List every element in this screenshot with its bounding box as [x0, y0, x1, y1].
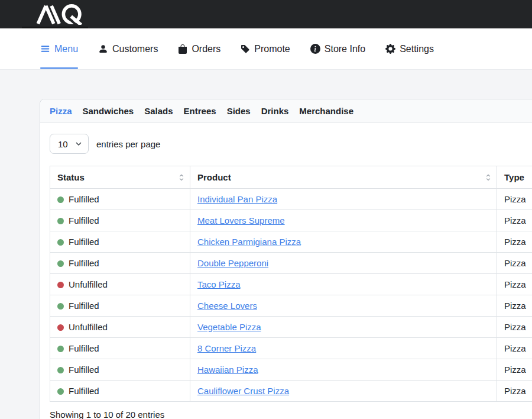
app-logo	[34, 4, 91, 27]
product-link[interactable]: Vegetable Pizza	[197, 322, 261, 332]
nav-item-store-info[interactable]: Store Info	[310, 28, 365, 70]
status-cell: Fulfilled	[50, 295, 190, 317]
status-label: Fulfilled	[69, 237, 99, 247]
table-row: Fulfilled Cheese Lovers Pizza	[50, 295, 532, 317]
active-nav-underline	[40, 67, 78, 69]
status-cell: Fulfilled	[50, 189, 190, 210]
tab-sandwiches[interactable]: Sandwiches	[83, 106, 134, 116]
column-header-label: Product	[197, 172, 231, 182]
table-row: Fulfilled Hawaiian Pizza Pizza	[50, 359, 532, 381]
tab-sides[interactable]: Sides	[227, 106, 251, 116]
type-cell: Pizza	[497, 231, 532, 253]
table-row: Fulfilled Meat Lovers Supreme Pizza	[50, 210, 532, 231]
table-summary: Showing 1 to 10 of 20 entries	[50, 410, 532, 419]
table-row: Fulfilled 8 Corner Pizza Pizza	[50, 338, 532, 359]
table-row: Fulfilled Cauliflower Crust Pizza Pizza	[50, 381, 532, 402]
nav-item-customers[interactable]: Customers	[98, 28, 158, 70]
product-cell: Taco Pizza	[190, 274, 497, 295]
tab-pizza[interactable]: Pizza	[50, 106, 72, 116]
product-link[interactable]: Cauliflower Crust Pizza	[197, 386, 289, 396]
status-label: Unfulfilled	[69, 322, 108, 332]
status-cell: Fulfilled	[50, 210, 190, 231]
status-label: Fulfilled	[69, 386, 99, 396]
status-dot-icon	[57, 324, 64, 331]
card-body: 10 entries per page Status Product	[40, 123, 532, 419]
table-row: Unfulfilled Taco Pizza Pizza	[50, 274, 532, 295]
product-cell: Hawaiian Pizza	[190, 359, 497, 381]
app-header	[0, 0, 532, 28]
tab-salads[interactable]: Salads	[144, 106, 173, 116]
status-cell: Fulfilled	[50, 231, 190, 253]
type-cell: Pizza	[497, 317, 532, 338]
type-cell: Pizza	[497, 359, 532, 381]
status-label: Unfulfilled	[69, 279, 108, 289]
nav-item-menu[interactable]: Menu	[40, 28, 78, 70]
status-label: Fulfilled	[69, 194, 99, 204]
main-nav: Menu Customers Orders Promote Store Info…	[0, 28, 532, 70]
info-circle-icon	[310, 44, 320, 54]
menu-card: Pizza Sandwiches Salads Entrees Sides Dr…	[40, 99, 532, 419]
nav-item-orders[interactable]: Orders	[178, 28, 220, 70]
product-cell: Double Pepperoni	[190, 253, 497, 274]
status-dot-icon	[57, 346, 64, 352]
column-header-label: Type	[504, 172, 524, 182]
tab-merchandise[interactable]: Merchandise	[299, 106, 353, 116]
product-cell: 8 Corner Pizza	[190, 338, 497, 359]
category-tabs: Pizza Sandwiches Salads Entrees Sides Dr…	[40, 99, 532, 123]
status-dot-icon	[57, 282, 64, 288]
status-dot-icon	[57, 218, 64, 224]
nav-item-label: Store Info	[325, 44, 365, 54]
column-header-label: Status	[57, 172, 85, 182]
table-row: Fulfilled Double Pepperoni Pizza	[50, 253, 532, 274]
table-row: Fulfilled Chicken Parmigiana Pizza Pizza	[50, 231, 532, 253]
aiq-logo-icon	[34, 4, 91, 25]
tab-drinks[interactable]: Drinks	[261, 106, 289, 116]
tag-icon	[241, 44, 250, 54]
entries-selected-value: 10	[58, 139, 68, 149]
products-table: Status Product Type Fulfilled Individual…	[50, 166, 532, 402]
nav-list: Menu Customers Orders Promote Store Info…	[40, 28, 434, 70]
page-content: Pizza Sandwiches Salads Entrees Sides Dr…	[0, 70, 532, 419]
status-label: Fulfilled	[69, 365, 99, 375]
product-link[interactable]: 8 Corner Pizza	[197, 343, 256, 353]
bag-icon	[178, 44, 187, 54]
nav-item-label: Customers	[112, 44, 158, 54]
type-cell: Pizza	[497, 295, 532, 317]
product-link[interactable]: Individual Pan Pizza	[197, 194, 277, 204]
status-cell: Unfulfilled	[50, 274, 190, 295]
column-header-product[interactable]: Product	[190, 166, 497, 189]
status-dot-icon	[57, 303, 64, 310]
product-cell: Vegetable Pizza	[190, 317, 497, 338]
product-link[interactable]: Meat Lovers Supreme	[197, 215, 285, 225]
product-link[interactable]: Cheese Lovers	[197, 301, 257, 311]
product-cell: Chicken Parmigiana Pizza	[190, 231, 497, 253]
status-label: Fulfilled	[69, 258, 99, 268]
nav-item-label: Orders	[192, 44, 220, 54]
status-cell: Fulfilled	[50, 253, 190, 274]
status-dot-icon	[57, 388, 64, 395]
nav-item-promote[interactable]: Promote	[241, 28, 290, 70]
product-link[interactable]: Chicken Parmigiana Pizza	[197, 237, 301, 247]
status-dot-icon	[57, 196, 64, 203]
nav-item-label: Settings	[400, 44, 434, 54]
product-link[interactable]: Taco Pizza	[197, 279, 241, 289]
entries-per-page-select[interactable]: 10	[50, 134, 89, 154]
type-cell: Pizza	[497, 338, 532, 359]
product-cell: Individual Pan Pizza	[190, 189, 497, 210]
menu-icon	[40, 44, 50, 54]
type-cell: Pizza	[497, 274, 532, 295]
status-cell: Fulfilled	[50, 359, 190, 381]
status-dot-icon	[57, 239, 64, 246]
column-header-status[interactable]: Status	[50, 166, 190, 189]
type-cell: Pizza	[497, 381, 532, 402]
entries-per-page-label: entries per page	[96, 139, 160, 149]
nav-item-label: Menu	[54, 44, 78, 54]
nav-item-settings[interactable]: Settings	[385, 28, 434, 70]
status-label: Fulfilled	[69, 301, 99, 311]
product-link[interactable]: Double Pepperoni	[197, 258, 268, 268]
product-link[interactable]: Hawaiian Pizza	[197, 365, 258, 375]
status-label: Fulfilled	[69, 343, 99, 353]
product-cell: Cauliflower Crust Pizza	[190, 381, 497, 402]
tab-entrees[interactable]: Entrees	[184, 106, 216, 116]
type-cell: Pizza	[497, 210, 532, 231]
